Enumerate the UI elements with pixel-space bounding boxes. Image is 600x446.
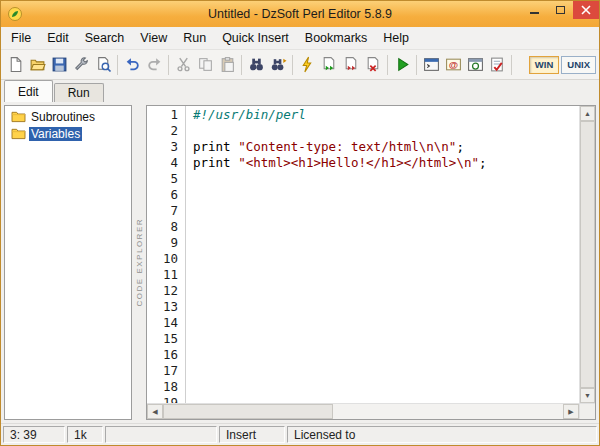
find-next-icon[interactable] xyxy=(267,53,289,77)
line-number-gutter: 12345678910111213141516171819 xyxy=(147,106,185,403)
titlebar[interactable]: Untitled - DzSoft Perl Editor 5.8.9 xyxy=(1,1,599,27)
code-line xyxy=(193,203,579,219)
app-window: Untitled - DzSoft Perl Editor 5.8.9 File… xyxy=(0,0,600,446)
console-window-icon[interactable] xyxy=(420,53,442,77)
code-line xyxy=(193,299,579,315)
line-number: 14 xyxy=(147,315,178,331)
tab-edit[interactable]: Edit xyxy=(4,80,53,102)
editor-bottom-row: ◀ ▶ xyxy=(147,403,595,419)
menu-search[interactable]: Search xyxy=(77,28,133,48)
toolbar-button-unix[interactable]: UNIX xyxy=(561,56,596,74)
open-file-icon[interactable] xyxy=(26,53,48,77)
line-number: 11 xyxy=(147,267,178,283)
scroll-up-button[interactable]: ▲ xyxy=(580,106,595,121)
toolbar: @WINUNIX xyxy=(1,50,599,80)
tree-item-variables[interactable]: Variables xyxy=(5,125,131,142)
minimize-icon xyxy=(530,12,539,14)
toolbar-separator xyxy=(117,55,118,75)
horizontal-scroll-thumb[interactable] xyxy=(163,404,333,419)
toolbar-separator xyxy=(511,55,512,75)
new-file-icon[interactable] xyxy=(4,53,26,77)
close-button[interactable] xyxy=(573,1,599,19)
options-check-icon[interactable] xyxy=(486,53,508,77)
code-explorer-splitter[interactable]: CODE EXPLORER xyxy=(132,105,146,420)
code-explorer-panel: SubroutinesVariables xyxy=(4,105,132,420)
tree-item-label: Variables xyxy=(29,127,82,141)
line-number: 2 xyxy=(147,123,178,139)
line-number: 18 xyxy=(147,379,178,395)
line-number: 5 xyxy=(147,171,178,187)
cut-icon[interactable] xyxy=(172,53,194,77)
menu-help[interactable]: Help xyxy=(375,28,417,48)
app-icon xyxy=(7,6,23,22)
code-area[interactable]: #!/usr/bin/perlprint "Content-type: text… xyxy=(186,106,579,403)
toolbar-separator xyxy=(387,55,388,75)
toolbar-separator xyxy=(292,55,293,75)
menu-run[interactable]: Run xyxy=(175,28,214,48)
mail-at-icon[interactable]: @ xyxy=(442,53,464,77)
code-line xyxy=(193,283,579,299)
scroll-left-button[interactable]: ◀ xyxy=(147,404,163,419)
code-line: print "<html><h1>Hello!</h1></html>\n"; xyxy=(193,155,579,171)
toolbar-button-win[interactable]: WIN xyxy=(529,56,559,74)
horizontal-scroll-track[interactable] xyxy=(163,404,563,419)
editor-panel: 12345678910111213141516171819 #!/usr/bin… xyxy=(146,105,596,420)
code-line xyxy=(193,379,579,395)
line-number: 13 xyxy=(147,299,178,315)
code-line xyxy=(193,251,579,267)
window-controls xyxy=(521,1,599,19)
code-line xyxy=(193,347,579,363)
tree-item-subroutines[interactable]: Subroutines xyxy=(5,108,131,125)
menu-view[interactable]: View xyxy=(132,28,175,48)
save-file-icon[interactable] xyxy=(48,53,70,77)
code-line xyxy=(193,395,579,403)
settings-wrench-icon[interactable] xyxy=(70,53,92,77)
status-license: Licensed to xyxy=(287,426,597,443)
close-icon xyxy=(581,5,591,15)
browser-window-icon[interactable] xyxy=(464,53,486,77)
run-script-icon[interactable] xyxy=(318,53,340,77)
status-file-size: 1k xyxy=(67,426,103,443)
copy-icon[interactable] xyxy=(194,53,216,77)
line-number: 16 xyxy=(147,347,178,363)
vertical-scroll-thumb[interactable] xyxy=(580,121,595,388)
scroll-right-button[interactable]: ▶ xyxy=(563,404,579,419)
svg-text:@: @ xyxy=(448,59,457,70)
editor-body: 12345678910111213141516171819 #!/usr/bin… xyxy=(147,106,595,403)
print-preview-icon[interactable] xyxy=(92,53,114,77)
code-line xyxy=(193,219,579,235)
code-line xyxy=(193,331,579,347)
line-number: 3 xyxy=(147,139,178,155)
run-icon[interactable] xyxy=(391,53,413,77)
menu-quick-insert[interactable]: Quick Insert xyxy=(214,28,297,48)
maximize-button[interactable] xyxy=(547,1,573,19)
horizontal-scrollbar[interactable]: ◀ ▶ xyxy=(147,403,579,419)
syntax-check-icon[interactable] xyxy=(296,53,318,77)
folder-icon xyxy=(11,110,26,123)
vertical-scrollbar[interactable]: ▲ ▼ xyxy=(579,106,595,403)
minimize-button[interactable] xyxy=(521,1,547,19)
status-spare xyxy=(105,426,217,443)
line-number: 7 xyxy=(147,203,178,219)
tree-item-label: Subroutines xyxy=(29,110,97,124)
menu-bookmarks[interactable]: Bookmarks xyxy=(297,28,376,48)
undo-icon[interactable] xyxy=(121,53,143,77)
menu-file[interactable]: File xyxy=(3,28,39,48)
tab-run[interactable]: Run xyxy=(54,83,104,102)
paste-icon[interactable] xyxy=(216,53,238,77)
stop-script-icon[interactable] xyxy=(362,53,384,77)
line-number: 17 xyxy=(147,363,178,379)
find-icon[interactable] xyxy=(245,53,267,77)
vertical-scroll-track[interactable] xyxy=(580,121,595,388)
line-number: 1 xyxy=(147,107,178,123)
status-bar: 3: 391kInsertLicensed to xyxy=(1,423,599,445)
redo-icon[interactable] xyxy=(143,53,165,77)
run-selection-icon[interactable] xyxy=(340,53,362,77)
line-number: 6 xyxy=(147,187,178,203)
menu-edit[interactable]: Edit xyxy=(39,28,77,48)
tab-strip: EditRun xyxy=(1,80,599,102)
scroll-down-button[interactable]: ▼ xyxy=(580,388,595,403)
main-area: SubroutinesVariables CODE EXPLORER 12345… xyxy=(1,102,599,423)
code-line xyxy=(193,171,579,187)
code-line xyxy=(193,123,579,139)
